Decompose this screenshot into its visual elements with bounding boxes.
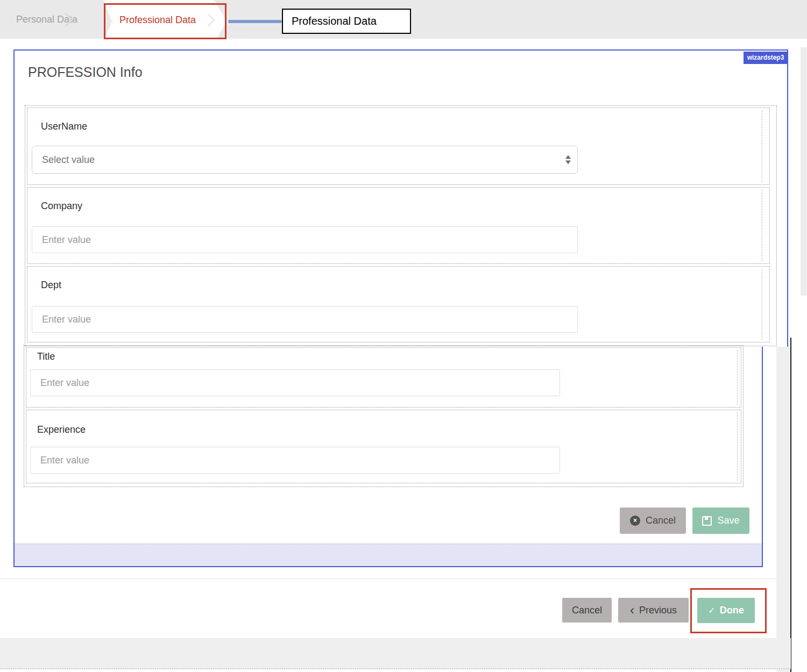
tab-professional-data[interactable]: Professional Data xyxy=(103,0,227,42)
column-resize-guide xyxy=(762,190,762,261)
form-cancel-button[interactable]: × Cancel xyxy=(620,507,686,534)
wizard-screen: Personal Data Professional Data Professi… xyxy=(0,0,807,672)
window-edge-line xyxy=(790,338,791,672)
annotation-connector-line xyxy=(228,20,282,23)
column-resize-guide xyxy=(737,412,738,481)
wizard-cancel-button[interactable]: Cancel xyxy=(562,598,612,623)
field-group-experience: Experience xyxy=(26,410,741,483)
field-group-company: Company xyxy=(27,187,770,264)
wizard-cancel-label: Cancel xyxy=(572,605,602,616)
done-check-icon: ✓ xyxy=(708,605,715,616)
dept-input[interactable] xyxy=(32,306,578,333)
field-group-dept: Dept xyxy=(27,266,770,342)
select-spinner-icon xyxy=(565,155,571,165)
username-label: UserName xyxy=(41,121,87,132)
column-resize-guide xyxy=(762,110,762,182)
username-select-placeholder: Select value xyxy=(42,146,95,173)
section-divider xyxy=(0,578,776,579)
tab-professional-data-label: Professional Data xyxy=(119,0,196,40)
wizard-previous-label: Previous xyxy=(639,605,677,616)
chevron-right-icon xyxy=(202,13,215,26)
column-resize-guide xyxy=(737,350,738,405)
cancel-circle-x-icon: × xyxy=(630,516,640,526)
title-label: Title xyxy=(37,351,55,362)
panel-title: PROFESSION Info xyxy=(28,65,143,80)
company-input[interactable] xyxy=(32,226,578,253)
wizard-done-button[interactable]: ✓ Done xyxy=(697,598,755,623)
column-resize-guide xyxy=(762,269,762,340)
company-label: Company xyxy=(41,201,82,212)
username-select[interactable]: Select value xyxy=(32,146,578,174)
annotation-callout-box: Professional Data xyxy=(282,9,411,34)
scrollbar-track-right[interactable] xyxy=(776,347,790,672)
wizardstep-badge: wizardstep3 xyxy=(744,52,788,64)
previous-chevron-icon: ‹ xyxy=(630,605,634,615)
form-save-button[interactable]: Save xyxy=(692,507,749,534)
title-input[interactable] xyxy=(30,369,560,396)
experience-input[interactable] xyxy=(30,447,560,474)
save-floppy-icon xyxy=(702,516,712,526)
experience-label: Experience xyxy=(37,424,86,435)
field-group-username: UserName Select value xyxy=(27,108,770,185)
panel-footer-strip xyxy=(15,544,762,566)
bottom-gray-strip xyxy=(0,638,791,669)
scrollbar-track-top[interactable] xyxy=(801,47,807,296)
wizard-previous-button[interactable]: ‹ Previous xyxy=(618,598,689,623)
dept-label: Dept xyxy=(41,280,61,291)
wizard-done-label: Done xyxy=(720,605,744,616)
form-save-label: Save xyxy=(717,515,739,526)
field-group-title: Title xyxy=(26,347,741,408)
form-cancel-label: Cancel xyxy=(646,515,676,526)
